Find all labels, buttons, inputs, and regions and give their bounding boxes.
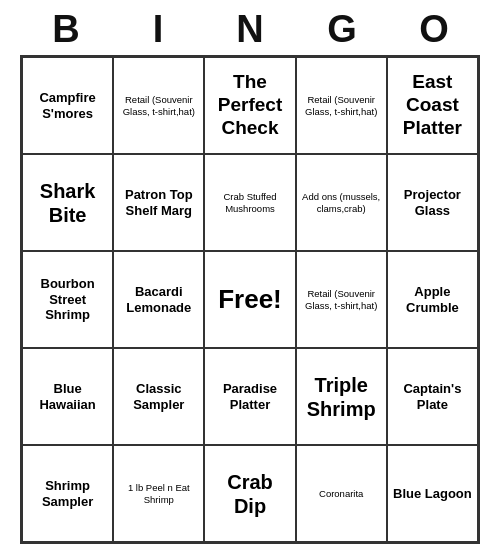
bingo-cell-8: Add ons (mussels, clams,crab) xyxy=(296,154,387,251)
bingo-cell-5: Shark Bite xyxy=(22,154,113,251)
bingo-cell-17: Paradise Platter xyxy=(204,348,295,445)
bingo-cell-7: Crab Stuffed Mushrooms xyxy=(204,154,295,251)
header-letter-n: N xyxy=(208,8,292,51)
bingo-cell-21: 1 lb Peel n Eat Shrimp xyxy=(113,445,204,542)
bingo-grid: Campfire S'moresRetail (Souvenir Glass, … xyxy=(20,55,480,544)
bingo-cell-1: Retail (Souvenir Glass, t-shirt,hat) xyxy=(113,57,204,154)
bingo-cell-23: Coronarita xyxy=(296,445,387,542)
bingo-cell-6: Patron Top Shelf Marg xyxy=(113,154,204,251)
bingo-cell-4: East Coast Platter xyxy=(387,57,478,154)
header-letter-b: B xyxy=(24,8,108,51)
bingo-cell-3: Retail (Souvenir Glass, t-shirt,hat) xyxy=(296,57,387,154)
bingo-cell-11: Bacardi Lemonade xyxy=(113,251,204,348)
bingo-cell-22: Crab Dip xyxy=(204,445,295,542)
bingo-cell-12: Free! xyxy=(204,251,295,348)
bingo-cell-24: Blue Lagoon xyxy=(387,445,478,542)
bingo-cell-16: Classic Sampler xyxy=(113,348,204,445)
bingo-header: B I N G O xyxy=(20,0,480,55)
header-letter-o: O xyxy=(392,8,476,51)
bingo-cell-2: The Perfect Check xyxy=(204,57,295,154)
bingo-cell-0: Campfire S'mores xyxy=(22,57,113,154)
bingo-cell-13: Retail (Souvenir Glass, t-shirt,hat) xyxy=(296,251,387,348)
bingo-cell-9: Projector Glass xyxy=(387,154,478,251)
bingo-cell-19: Captain's Plate xyxy=(387,348,478,445)
bingo-cell-14: Apple Crumble xyxy=(387,251,478,348)
bingo-cell-20: Shrimp Sampler xyxy=(22,445,113,542)
header-letter-g: G xyxy=(300,8,384,51)
bingo-cell-10: Bourbon Street Shrimp xyxy=(22,251,113,348)
bingo-cell-15: Blue Hawaiian xyxy=(22,348,113,445)
bingo-cell-18: Triple Shrimp xyxy=(296,348,387,445)
header-letter-i: I xyxy=(116,8,200,51)
